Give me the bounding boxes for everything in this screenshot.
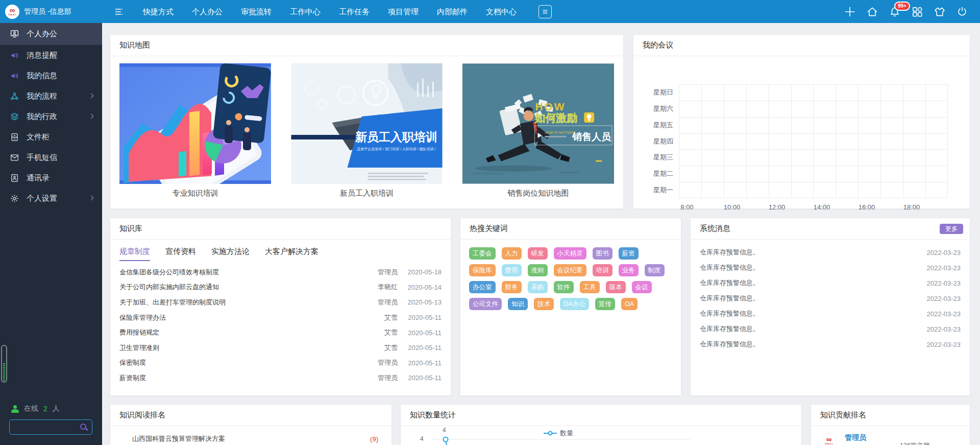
system-message-row[interactable]: 仓库库存预警信息。2022-03-23: [700, 321, 961, 337]
knowledge-base-tab[interactable]: 宣传资料: [165, 247, 196, 261]
home-icon[interactable]: [866, 6, 878, 18]
contributor-name[interactable]: 管理员: [845, 433, 866, 442]
keyword-tag[interactable]: 制度: [645, 264, 665, 276]
knowledge-map-cards: 专业知识培训: [110, 56, 623, 198]
knowledge-doc-row[interactable]: 关于加班、出差打车管理的制度说明管理员2020-05-13: [119, 295, 442, 310]
doc-date: 2020-05-11: [398, 359, 442, 367]
keyword-tag[interactable]: 公司文件: [469, 298, 502, 310]
keyword-tag[interactable]: 财务: [502, 281, 522, 293]
search-icon[interactable]: [80, 423, 88, 431]
doc-title: 金信集团各级分公司绩效考核制度: [119, 268, 365, 277]
keyword-tag[interactable]: 人力: [502, 247, 522, 260]
keyword-tag[interactable]: OA办公: [560, 298, 589, 310]
stats-line-chart: [401, 426, 802, 445]
knowledge-doc-row[interactable]: 保险库管理办法艾雪2020-05-11: [119, 310, 442, 325]
keyword-tag[interactable]: 薪资: [619, 247, 639, 260]
knowledge-doc-row[interactable]: 金信集团各级分公司绩效考核制度管理员2020-05-18: [119, 265, 442, 280]
keyword-tag[interactable]: 办公室: [469, 281, 496, 293]
logout-power-icon[interactable]: [956, 6, 968, 18]
doc-date: 2020-05-11: [398, 344, 442, 352]
message-date: 2022-03-23: [927, 295, 961, 302]
reading-rank-row[interactable]: 山西国科晋云预算管理解决方案(9): [110, 431, 391, 445]
knowledge-base-tab[interactable]: 大客户解决方案: [265, 247, 318, 261]
keyword-tag[interactable]: 知识: [508, 298, 528, 310]
knowledge-base-tab[interactable]: 规章制度: [119, 247, 150, 261]
theme-shirt-icon[interactable]: [934, 6, 946, 18]
topbar-menu-item[interactable]: 审批流转: [232, 0, 281, 23]
sidebar-item-file-cabinet[interactable]: 文件柜: [0, 127, 102, 147]
keyword-tag[interactable]: 工委会: [469, 247, 496, 260]
knowledge-doc-row[interactable]: 薪资制度管理员2020-05-11: [119, 370, 442, 386]
sidebar-search-input[interactable]: [10, 424, 80, 431]
system-message-row[interactable]: 仓库库存预警信息。2022-03-23: [700, 275, 961, 291]
menu-collapse-icon[interactable]: [112, 6, 125, 17]
knowledge-doc-row[interactable]: 费用报销规定艾雪2020-05-11: [119, 325, 442, 340]
system-message-row[interactable]: 仓库库存预警信息。2022-03-23: [700, 291, 961, 306]
system-message-row[interactable]: 仓库库存预警信息。2022-03-23: [700, 245, 961, 260]
sidebar-item-my-messages[interactable]: 我的信息: [0, 65, 102, 86]
sidebar-item-sms[interactable]: 手机短信: [0, 147, 102, 168]
topbar-menu-item[interactable]: 内部邮件: [428, 0, 477, 23]
panel-reading-rank: 知识阅读排名 山西国科晋云预算管理解决方案(9): [110, 404, 392, 445]
keyword-tag[interactable]: 会议: [632, 281, 652, 293]
meeting-day-label: 星期日: [633, 88, 673, 97]
sidebar-menu: 个人办公消息提醒我的信息我的流程我的行政文件柜手机短信通讯录个人设置: [0, 23, 102, 208]
topbar-menu-item[interactable]: 工作任务: [330, 0, 379, 23]
system-message-row[interactable]: 仓库库存预警信息。2022-03-23: [700, 260, 961, 275]
chevron-right-icon: [89, 196, 94, 201]
system-message-row[interactable]: 仓库库存预警信息。2022-03-23: [700, 306, 961, 321]
knowledge-doc-row[interactable]: 卫生管理准则艾雪2020-05-11: [119, 340, 442, 356]
sidebar-item-personal-settings[interactable]: 个人设置: [0, 188, 102, 208]
sidebar-item-message-reminder[interactable]: 消息提醒: [0, 45, 102, 65]
knowledge-map-card-professional[interactable]: 专业知识培训: [119, 63, 271, 198]
more-button[interactable]: 更多: [940, 224, 963, 234]
keyword-tag[interactable]: 技术: [534, 298, 554, 310]
keyword-tag[interactable]: 软件: [554, 281, 574, 293]
contribution-row[interactable]: ∞ 华夏动力 管理员 信息部 136篇文档: [811, 426, 970, 445]
knowledge-map-card-onboarding[interactable]: 新员工入职培训 适用于企业宣传 / 部门培训 / 入职培训 / 团队培训 / 新…: [291, 63, 443, 198]
keyword-tag[interactable]: 培训: [593, 264, 612, 276]
knowledge-base-tab[interactable]: 实施方法论: [211, 247, 250, 261]
keyword-tag[interactable]: 业务: [619, 264, 639, 276]
chart-legend[interactable]: 数量: [544, 429, 573, 438]
doc-title: 保密制度: [119, 358, 365, 367]
keyword-tag[interactable]: 版本: [606, 281, 626, 293]
topbar-menu-item[interactable]: 个人办公: [183, 0, 232, 23]
sidebar-item-label: 文件柜: [27, 132, 50, 142]
keyword-tag[interactable]: 会议纪要: [554, 264, 586, 276]
keyword-tag[interactable]: 保险库: [469, 264, 496, 276]
sidebar-item-my-admin[interactable]: 我的行政: [0, 106, 102, 127]
keyword-tag[interactable]: 宣传: [595, 298, 615, 310]
doc-author: 管理员: [365, 298, 398, 307]
keyword-tag[interactable]: 小天精灵: [554, 247, 586, 260]
keyword-tag[interactable]: 图书: [593, 247, 612, 260]
sidebar-item-contacts[interactable]: 通讯录: [0, 168, 102, 188]
knowledge-doc-row[interactable]: 关于公司内部实施内部云盘的通知李晓红2020-05-14: [119, 280, 442, 295]
logo-infinity-glyph: ∞: [826, 436, 832, 442]
topbar-menu-item[interactable]: 快捷方式: [134, 0, 183, 23]
knowledge-doc-row[interactable]: 保密制度管理员2020-05-11: [119, 356, 442, 371]
topbar-menu-item[interactable]: 项目管理: [379, 0, 428, 23]
more-menu-icon[interactable]: [538, 5, 552, 18]
sidebar-item-personal-office[interactable]: 个人办公: [0, 23, 102, 45]
mail-icon: [10, 153, 19, 162]
keyword-tag[interactable]: 研发: [528, 247, 548, 260]
speaker-icon: [10, 72, 19, 80]
meeting-time-label: 16:00: [859, 203, 875, 211]
keyword-tag[interactable]: 采购: [528, 281, 548, 293]
keyword-tag[interactable]: OA: [621, 298, 638, 310]
notification-bell-icon[interactable]: 99+: [889, 6, 901, 18]
online-suffix: 人: [53, 404, 60, 413]
system-message-row[interactable]: 仓库库存预警信息。2022-03-23: [700, 337, 961, 352]
keyword-tag[interactable]: 费用: [502, 264, 522, 276]
apps-grid-icon[interactable]: [911, 6, 923, 18]
y-axis-tick: 4: [420, 435, 424, 442]
topbar-menu-item[interactable]: 文档中心: [477, 0, 526, 23]
keyword-tag[interactable]: 准则: [528, 264, 548, 276]
add-icon[interactable]: [844, 6, 856, 18]
sidebar-item-my-workflow[interactable]: 我的流程: [0, 86, 102, 106]
knowledge-map-card-sales[interactable]: HOW 如何激励 HOW TO MOTIVATE 销售人员 销售岗位知识地图: [462, 63, 614, 198]
topbar-menu-item[interactable]: 工作中心: [281, 0, 330, 23]
notification-badge: 99+: [894, 2, 910, 11]
keyword-tag[interactable]: 工具: [580, 281, 600, 293]
